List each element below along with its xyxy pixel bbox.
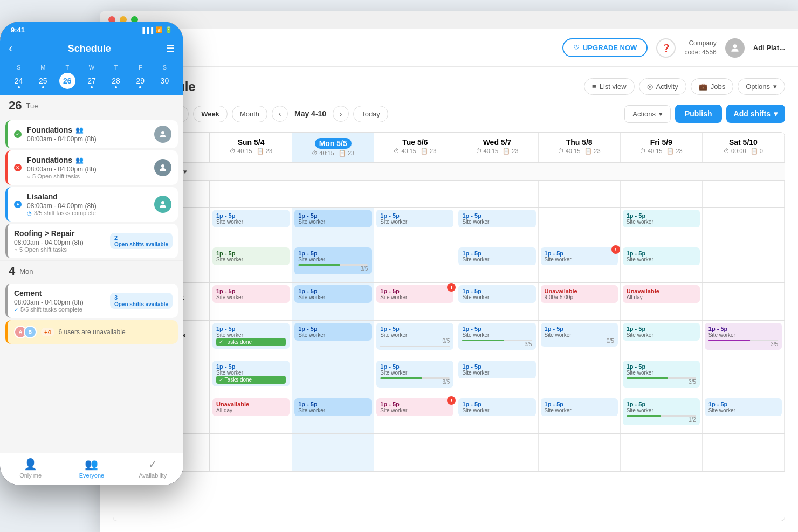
publish-button[interactable]: Publish — [675, 105, 722, 123]
shift-block[interactable]: 1p - 5p Site worker — [458, 285, 535, 303]
shift-block[interactable]: 1p - 5p Site worker — [212, 285, 290, 303]
luis-fri[interactable]: 1p - 5p Site worker 1/2 — [621, 396, 703, 433]
shift-block[interactable]: 1p - 5p Site worker — [458, 361, 535, 378]
list-view-button[interactable]: ≡ List view — [584, 78, 634, 95]
unavail-row[interactable]: A B +4 6 users are unavailable — [5, 320, 178, 344]
menu-icon[interactable]: ☰ — [166, 43, 175, 54]
shift-block[interactable]: 1p - 5p Site worker ✓ Tasks done — [212, 361, 290, 386]
jerome-wed[interactable]: 1p - 5p Site worker — [456, 283, 538, 320]
shift-block[interactable]: 1p - 5p Site worker — [212, 210, 290, 227]
shift-block[interactable]: 1p - 5p Site worker 3/5 — [705, 323, 782, 350]
lucas-tue[interactable]: 1p - 5p Site worker 0/5 — [374, 321, 456, 358]
shift-card-roofing[interactable]: Roofing > Repair 08:00am - 04:00pm (8h) … — [5, 224, 178, 258]
verna-fri[interactable]: 1p - 5p Site worker 3/5 — [621, 358, 703, 396]
luis-sun[interactable]: Unavailable All day — [210, 396, 292, 433]
jerome-thu[interactable]: Unavailable 9:00a-5:00p — [539, 283, 621, 320]
lucas-wed[interactable]: 1p - 5p Site worker 3/5 — [456, 321, 538, 358]
shift-block[interactable]: 1p - 5p Site worker 3/5 — [294, 247, 372, 274]
luis-wed[interactable]: 1p - 5p Site worker — [456, 396, 538, 433]
shift-block[interactable]: 1p - 5p Site worker ! — [376, 398, 453, 416]
verna-tue[interactable]: 1p - 5p Site worker 3/5 — [374, 358, 456, 396]
shift-block[interactable]: 1p - 5p Site worker ✓ Tasks done — [212, 323, 290, 349]
upgrade-button[interactable]: ♡ UPGRADE NOW — [562, 38, 648, 57]
calendar-date-28[interactable]: 28 — [108, 73, 124, 89]
week-button[interactable]: Week — [193, 106, 228, 122]
shift-block[interactable]: 1p - 5p Site worker 3/5 — [458, 323, 535, 350]
jobs-button[interactable]: 💼 Jobs — [691, 78, 733, 95]
mike-tue[interactable]: 1p - 5p Site worker — [374, 208, 456, 245]
nav-everyone[interactable]: 👥 Everyone — [61, 458, 122, 479]
nav-availability[interactable]: ✓ Availability — [122, 458, 183, 479]
actions-button[interactable]: Actions ▾ — [624, 105, 671, 123]
prev-week-button[interactable]: ‹ — [272, 106, 288, 122]
lucas-fri[interactable]: 1p - 5p Site worker — [621, 321, 703, 358]
luis-mon[interactable]: 1p - 5p Site worker — [292, 396, 374, 433]
verna-wed[interactable]: 1p - 5p Site worker — [456, 358, 538, 396]
shift-block[interactable]: 1p - 5p Site worker — [212, 247, 290, 265]
shift-block[interactable]: 1p - 5p Site worker ! — [541, 247, 618, 265]
unavailable-block[interactable]: Unavailable All day — [623, 285, 700, 303]
mario-wed[interactable]: 1p - 5p Site worker — [456, 245, 538, 282]
add-shifts-button[interactable]: Add shifts ▾ — [726, 105, 785, 123]
shift-block[interactable]: 1p - 5p Site worker — [294, 210, 372, 227]
activity-button[interactable]: ◎ Activity — [639, 78, 686, 95]
back-icon[interactable]: ‹ — [9, 42, 12, 56]
jerome-mon[interactable]: 1p - 5p Site worker — [292, 283, 374, 320]
shift-block[interactable]: 1p - 5p Site worker 0/5 — [376, 323, 453, 350]
mario-fri[interactable]: 1p - 5p Site worker — [621, 245, 703, 282]
calendar-date-26[interactable]: 26 — [59, 73, 75, 89]
calendar-date-30[interactable]: 30 — [156, 73, 173, 89]
shift-block[interactable]: 1p - 5p Site worker — [294, 398, 372, 416]
mike-fri[interactable]: 1p - 5p Site worker — [621, 208, 703, 245]
shift-block[interactable]: 1p - 5p Site worker — [541, 398, 618, 416]
shift-block[interactable]: 1p - 5p Site worker — [705, 398, 782, 416]
shift-block[interactable]: 1p - 5p Site worker — [623, 323, 700, 341]
mike-sun[interactable]: 1p - 5p Site worker — [210, 208, 292, 245]
shift-card-foundations-1[interactable]: ✓ Foundations 👥 08:00am - 04:00pm (8h) — [5, 120, 178, 148]
jerome-tue[interactable]: 1p - 5p Site worker ! — [374, 283, 456, 320]
shift-block[interactable]: 1p - 5p Site worker — [623, 247, 700, 265]
shift-block[interactable]: 1p - 5p Site worker — [458, 210, 535, 227]
luis-thu[interactable]: 1p - 5p Site worker — [539, 396, 621, 433]
lucas-sat[interactable]: 1p - 5p Site worker 3/5 — [703, 321, 785, 358]
verna-sun[interactable]: 1p - 5p Site worker ✓ Tasks done — [210, 358, 292, 396]
lucas-mon[interactable]: 1p - 5p Site worker — [292, 321, 374, 358]
luis-sat[interactable]: 1p - 5p Site worker — [703, 396, 785, 433]
shift-block[interactable]: 1p - 5p Site worker 0/5 — [541, 323, 618, 347]
unavailable-block[interactable]: Unavailable All day — [212, 398, 290, 416]
luis-tue[interactable]: 1p - 5p Site worker ! — [374, 396, 456, 433]
shift-block[interactable]: 1p - 5p Site worker 3/5 — [376, 361, 453, 388]
shift-block[interactable]: 1p - 5p Site worker — [294, 285, 372, 303]
calendar-date-29[interactable]: 29 — [132, 73, 148, 89]
next-week-button[interactable]: › — [333, 106, 349, 122]
shift-card-foundations-2[interactable]: ✕ Foundations 👥 08:00am - 04:00pm (8h) ○… — [5, 150, 178, 185]
jerome-sun[interactable]: 1p - 5p Site worker — [210, 283, 292, 320]
calendar-date-24[interactable]: 24 — [11, 73, 27, 89]
mario-sun[interactable]: 1p - 5p Site worker — [210, 245, 292, 282]
user-avatar[interactable] — [725, 38, 745, 58]
shift-block[interactable]: 1p - 5p Site worker ! — [376, 285, 453, 303]
shift-block[interactable]: 1p - 5p Site worker — [623, 210, 700, 227]
jerome-fri[interactable]: Unavailable All day — [621, 283, 703, 320]
mike-wed[interactable]: 1p - 5p Site worker — [456, 208, 538, 245]
lucas-sun[interactable]: 1p - 5p Site worker ✓ Tasks done — [210, 321, 292, 358]
today-button[interactable]: Today — [353, 106, 388, 122]
calendar-dates[interactable]: 24 25 26 27 28 29 30 — [6, 73, 177, 89]
calendar-date-25[interactable]: 25 — [35, 73, 51, 89]
mario-mon[interactable]: 1p - 5p Site worker 3/5 — [292, 245, 374, 282]
shift-block[interactable]: 1p - 5p Site worker — [294, 323, 372, 341]
shift-card-lisaland[interactable]: ● Lisaland 08:00am - 04:00pm (8h) ◔ 3/5 … — [5, 187, 178, 222]
lucas-thu[interactable]: 1p - 5p Site worker 0/5 — [539, 321, 621, 358]
mike-mon[interactable]: 1p - 5p Site worker — [292, 208, 374, 245]
help-button[interactable]: ❓ — [656, 38, 676, 58]
calendar-date-27[interactable]: 27 — [84, 73, 100, 89]
shift-block[interactable]: 1p - 5p Site worker — [376, 210, 453, 227]
options-button[interactable]: Options ▾ — [738, 78, 785, 95]
month-button[interactable]: Month — [232, 106, 267, 122]
shift-block[interactable]: 1p - 5p Site worker 1/2 — [623, 398, 700, 425]
shift-card-cement[interactable]: Cement 08:00am - 04:00pm (8h) ✓ 5/5 shif… — [5, 284, 178, 318]
nav-only-me[interactable]: 👤 Only me — [0, 458, 61, 479]
shift-block[interactable]: 1p - 5p Site worker — [458, 247, 535, 265]
shift-block[interactable]: 1p - 5p Site worker 3/5 — [623, 361, 700, 388]
mario-thu[interactable]: 1p - 5p Site worker ! — [539, 245, 621, 282]
